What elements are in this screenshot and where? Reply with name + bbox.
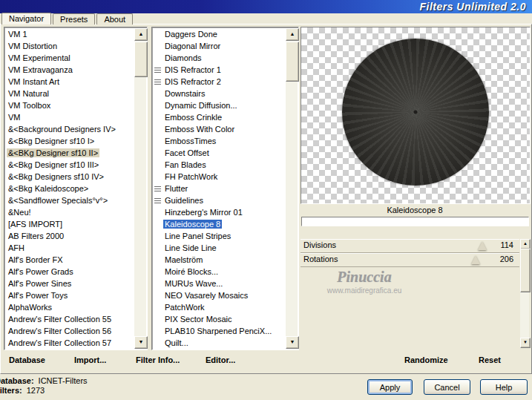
filter-item[interactable]: Line Side Line bbox=[153, 242, 286, 254]
filter-item[interactable]: Diagonal Mirror bbox=[153, 40, 286, 52]
randomize-button[interactable]: Randomize bbox=[401, 353, 451, 367]
slider-thumb[interactable] bbox=[478, 241, 487, 250]
scroll-up-button[interactable]: ▲ bbox=[286, 28, 299, 41]
filter-item[interactable]: Emboss Crinkle bbox=[153, 111, 286, 123]
filter-info-button[interactable]: Filter Info... bbox=[133, 353, 183, 367]
category-item-label: &<Bkg Designer sf10 III> bbox=[7, 160, 100, 169]
filter-item[interactable]: Daggers Done bbox=[153, 28, 286, 40]
tab[interactable]: About bbox=[96, 13, 133, 24]
category-item[interactable]: [AFS IMPORT] bbox=[5, 218, 134, 230]
category-item[interactable]: Alf's Power Grads bbox=[5, 266, 134, 278]
parameter-scrollbar[interactable]: ▲ ▼ bbox=[520, 239, 529, 348]
category-item[interactable]: &<Sandflower Specials°v°> bbox=[5, 194, 134, 206]
filter-item[interactable]: Downstairs bbox=[153, 88, 286, 99]
filter-scrollbar[interactable]: ▲ ▼ bbox=[286, 28, 298, 349]
filter-item[interactable]: Emboss With Color bbox=[153, 123, 286, 135]
tab[interactable]: Navigator bbox=[1, 13, 51, 24]
category-item[interactable]: &Neu! bbox=[5, 206, 134, 218]
filter-item[interactable]: Hinzeberg's Mirror 01 bbox=[153, 206, 286, 218]
tab-label: Navigator bbox=[9, 14, 44, 23]
category-item[interactable]: AB Filters 2000 bbox=[5, 230, 134, 242]
tab[interactable]: Presets bbox=[53, 13, 95, 24]
arrow-down-icon: ▼ bbox=[135, 337, 147, 347]
category-item[interactable]: Andrew's Filter Collection 57 bbox=[5, 337, 134, 349]
filter-item[interactable]: Fan Blades bbox=[153, 159, 286, 171]
filter-item[interactable]: PatchWork bbox=[153, 301, 286, 313]
filter-item[interactable]: Facet Offset bbox=[153, 147, 286, 159]
category-item-label: VM Instant Art bbox=[7, 77, 61, 86]
category-item[interactable]: &<Bkg Designers sf10 IV> bbox=[5, 171, 134, 183]
slider-thumb[interactable] bbox=[471, 255, 480, 264]
filter-item[interactable]: Kaleidoscope 8 bbox=[153, 218, 286, 230]
titlebar[interactable]: Filters Unlimited 2.0 bbox=[0, 0, 532, 13]
category-item[interactable]: &<Bkg Kaleidoscope> bbox=[5, 183, 134, 194]
scroll-thumb[interactable] bbox=[520, 249, 531, 292]
category-item[interactable]: Alf's Border FX bbox=[5, 254, 134, 266]
category-item[interactable]: VM Distortion bbox=[5, 40, 134, 52]
filter-item[interactable]: NEO Vasarely Mosaics bbox=[153, 289, 286, 301]
filter-item-label: PLAB10 Sharpened PenciX... bbox=[163, 327, 273, 335]
editor-button[interactable]: Editor... bbox=[203, 353, 238, 367]
filter-item[interactable]: Moiré Blocks... bbox=[153, 266, 286, 278]
filter-item[interactable]: Line Panel Stripes bbox=[153, 230, 286, 242]
filter-item[interactable]: Flutter bbox=[153, 183, 286, 194]
filter-item[interactable]: Quilt... bbox=[153, 337, 286, 349]
preset-marker-icon bbox=[154, 186, 163, 191]
category-item[interactable]: VM Instant Art bbox=[5, 76, 134, 88]
help-button[interactable]: Help bbox=[480, 379, 528, 395]
cancel-button[interactable]: Cancel bbox=[424, 379, 470, 395]
filter-item[interactable]: PIX Sector Mosaic bbox=[153, 313, 286, 325]
scroll-thumb[interactable] bbox=[134, 42, 148, 77]
parameter-slider[interactable]: Divisions 114 bbox=[301, 239, 519, 253]
apply-button[interactable]: Apply bbox=[367, 379, 413, 395]
import-button[interactable]: Import... bbox=[71, 353, 109, 367]
preview-filter-name: Kaleidoscope 8 bbox=[301, 206, 529, 214]
category-item[interactable]: &<Background Designers IV> bbox=[5, 123, 134, 135]
category-item[interactable]: VM bbox=[5, 111, 134, 123]
filter-item[interactable]: Diamonds bbox=[153, 52, 286, 64]
category-item[interactable]: VM Experimental bbox=[5, 52, 134, 64]
scroll-down-button[interactable]: ▼ bbox=[520, 338, 531, 348]
filter-item[interactable]: Guidelines bbox=[153, 194, 286, 206]
category-item[interactable]: &<Bkg Designer sf10 I> bbox=[5, 135, 134, 147]
database-button[interactable]: Database bbox=[6, 353, 48, 367]
scroll-down-button[interactable]: ▼ bbox=[134, 336, 148, 349]
category-item[interactable]: VM Extravaganza bbox=[5, 64, 134, 76]
category-item[interactable]: &<Bkg Designer sf10 III> bbox=[5, 159, 134, 171]
window-title: Filters Unlimited 2.0 bbox=[419, 0, 526, 13]
filter-item[interactable]: FH PatchWork bbox=[153, 171, 286, 183]
preset-marker-icon bbox=[154, 114, 163, 120]
category-item[interactable]: AFH bbox=[5, 242, 134, 254]
category-scrollbar[interactable]: ▲ ▼ bbox=[134, 28, 146, 349]
category-item[interactable]: AlphaWorks bbox=[5, 301, 134, 313]
scroll-up-button[interactable]: ▲ bbox=[134, 28, 148, 41]
filter-item-label: FH PatchWork bbox=[163, 172, 219, 181]
category-item[interactable]: Andrew's Filter Collection 56 bbox=[5, 325, 134, 337]
category-item[interactable]: &<BKg Designer sf10 II> bbox=[5, 147, 134, 159]
filter-item[interactable]: MURUs Wave... bbox=[153, 278, 286, 289]
category-item[interactable]: VM Natural bbox=[5, 88, 134, 99]
filter-item[interactable]: Maelström bbox=[153, 254, 286, 266]
filter-item[interactable]: PLAB10 Sharpened PenciX... bbox=[153, 325, 286, 337]
category-item[interactable]: Andrew's Filter Collection 55 bbox=[5, 313, 134, 325]
category-item[interactable]: VM 1 bbox=[5, 28, 134, 40]
filter-item-label: Kaleidoscope 8 bbox=[163, 220, 222, 229]
status-database: Database:ICNET-Filters bbox=[0, 376, 88, 385]
parameter-slider[interactable]: Rotations 206 bbox=[301, 253, 519, 267]
filter-item[interactable]: EmbossTimes bbox=[153, 135, 286, 147]
category-item[interactable]: VM Toolbox bbox=[5, 99, 134, 111]
filter-item[interactable]: DIS Refractor 1 bbox=[153, 64, 286, 76]
arrow-down-icon: ▼ bbox=[286, 337, 298, 347]
scroll-down-button[interactable]: ▼ bbox=[286, 336, 299, 349]
category-item[interactable]: Alf's Power Sines bbox=[5, 278, 134, 289]
filter-item[interactable]: Dynamic Diffusion... bbox=[153, 99, 286, 111]
reset-button[interactable]: Reset bbox=[476, 353, 504, 367]
scroll-up-button[interactable]: ▲ bbox=[520, 239, 531, 249]
status-filter-count: Filters:1273 bbox=[0, 386, 45, 395]
scroll-thumb[interactable] bbox=[286, 42, 299, 82]
category-item[interactable]: Alf's Power Toys bbox=[5, 289, 134, 301]
preset-marker-icon bbox=[154, 316, 163, 322]
filter-item[interactable]: DIS Refractor 2 bbox=[153, 76, 286, 88]
preset-marker-icon bbox=[154, 67, 163, 73]
filter-item-label: Hinzeberg's Mirror 01 bbox=[163, 208, 244, 217]
